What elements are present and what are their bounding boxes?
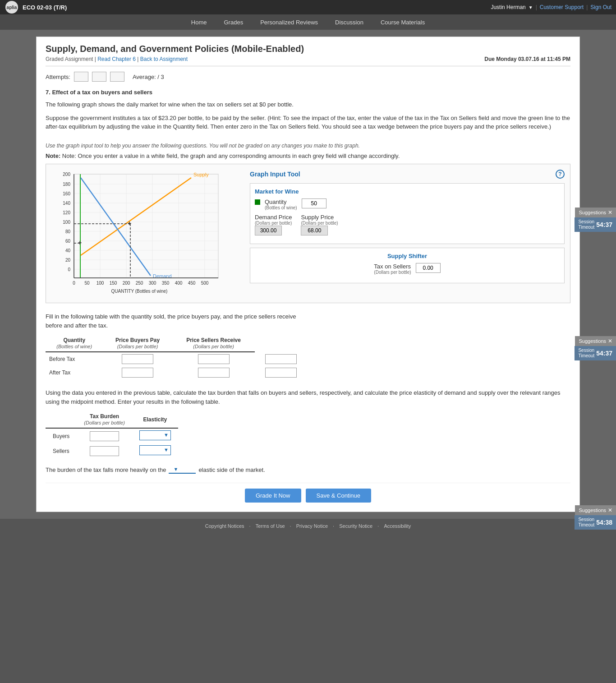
svg-text:20: 20: [65, 258, 71, 263]
chart-svg: 200 180 160 140 120 100 80 60 40 20 0 0 …: [51, 170, 232, 296]
footer-sep2: ·: [290, 523, 293, 529]
save-continue-button[interactable]: Save & Continue: [306, 489, 372, 503]
suggestions-label-3: Suggestions: [579, 508, 606, 513]
suggestions-button-2[interactable]: Suggestions ✕: [575, 336, 616, 346]
nav-personalized-reviews[interactable]: Personalized Reviews: [252, 16, 326, 28]
content-box: Supply, Demand, and Government Policies …: [36, 37, 580, 512]
buyers-elasticity: [132, 428, 178, 443]
col2-label: Price Buyers Pay: [115, 337, 160, 343]
before-tax-price-sellers-input[interactable]: [265, 354, 297, 364]
back-to-assignment-link[interactable]: Back to Assignment: [140, 56, 188, 62]
note-label: Note:: [46, 152, 60, 159]
footer-privacy[interactable]: Privacy Notice: [296, 523, 328, 529]
price-row: Demand Price (Dollars per bottle) Supply…: [255, 214, 560, 235]
attempts-row: Attempts: Average: / 3: [46, 72, 570, 82]
svg-text:400: 400: [175, 281, 183, 286]
attempts-label: Attempts:: [46, 74, 70, 80]
suggestions-label-1: Suggestions: [579, 210, 606, 215]
svg-text:200: 200: [63, 172, 70, 177]
after-tax-qty-input[interactable]: [122, 368, 153, 378]
market-sentence-dropdown[interactable]: ▼: [169, 466, 196, 474]
sellers-elasticity-dropdown[interactable]: [139, 445, 171, 455]
supply-price-input[interactable]: [301, 226, 328, 235]
sellers-burden-input[interactable]: [90, 446, 119, 456]
help-icon[interactable]: ?: [556, 170, 565, 179]
demand-price-sub: (Dollars per bottle): [255, 221, 292, 226]
sellers-label: Sellers: [46, 443, 77, 458]
topbar-right: Justin Herman ▼ | Customer Support | Sig…: [491, 4, 611, 10]
table2-elasticity-header: Elasticity: [132, 411, 178, 428]
quantity-label: Quantity: [265, 198, 297, 205]
assignment-type: Graded Assignment: [46, 56, 93, 62]
svg-text:0: 0: [73, 281, 75, 286]
after-tax-price-sellers-input[interactable]: [265, 368, 297, 378]
quantity-sub: (Bottles of wine): [265, 205, 297, 210]
graph-input-panel: Graph Input Tool ? Market for Wine Quant…: [250, 170, 565, 297]
svg-rect-2: [74, 174, 218, 278]
before-tax-price-buyers-input[interactable]: [198, 354, 230, 364]
after-tax-price-buyers-input[interactable]: [198, 368, 230, 378]
suggestions-close-1[interactable]: ✕: [608, 209, 612, 216]
tax-on-sellers-input[interactable]: [416, 263, 441, 273]
attempt-box-2[interactable]: [92, 72, 106, 82]
footer-sep1: ·: [249, 523, 252, 529]
svg-text:50: 50: [84, 281, 90, 286]
user-dropdown-icon[interactable]: ▼: [529, 5, 533, 10]
grade-it-now-button[interactable]: Grade It Now: [245, 489, 301, 503]
nav-course-materials[interactable]: Course Materials: [372, 16, 433, 28]
svg-text:500: 500: [201, 281, 209, 286]
supply-shifter-title: Supply Shifter: [255, 253, 560, 259]
topbar-separator: |: [536, 4, 537, 10]
graph-input-label: Graph Input Tool: [250, 171, 300, 178]
suggestions-close-3[interactable]: ✕: [608, 507, 612, 513]
after-tax-price-buyers: [172, 366, 255, 379]
suggestions-button-1[interactable]: Suggestions ✕: [575, 208, 616, 217]
buyers-elasticity-dropdown[interactable]: [139, 430, 171, 440]
question-number: 7. Effect of a tax on buyers and sellers: [46, 89, 570, 96]
attempt-box-1[interactable]: [74, 72, 88, 82]
footer-copyright[interactable]: Copyright Notices: [205, 523, 244, 529]
elasticity-label: Elasticity: [143, 416, 167, 423]
demand-price-group: Demand Price (Dollars per bottle): [255, 214, 292, 235]
session-timeout-box-2: Session Timeout 54:37: [575, 346, 616, 360]
col2-sub: (Dollars per bottle): [117, 344, 158, 349]
attempt-box-3[interactable]: [110, 72, 124, 82]
svg-text:aplia: aplia: [7, 5, 17, 10]
supply-price-group: Supply Price (Dollars per bottle): [301, 214, 338, 235]
table-row: Before Tax: [46, 352, 307, 366]
footer-terms[interactable]: Terms of Use: [256, 523, 285, 529]
svg-text:60: 60: [65, 239, 71, 244]
session-widget-1: Suggestions ✕ Session Timeout 54:37: [575, 208, 616, 232]
before-tax-qty-input[interactable]: [122, 354, 153, 364]
table1: Quantity (Bottles of wine) Price Buyers …: [46, 335, 307, 379]
footer: Copyright Notices · Terms of Use · Priva…: [0, 519, 616, 533]
nav-discussion[interactable]: Discussion: [327, 16, 372, 28]
footer-security[interactable]: Security Notice: [339, 523, 372, 529]
tax-burden-sub: (Dollars per bottle): [84, 420, 124, 425]
topbar-separator2: |: [586, 4, 588, 10]
col1-sub: (Bottles of wine): [56, 344, 92, 349]
before-tax-label: Before Tax: [46, 352, 103, 366]
demand-price-input[interactable]: [255, 226, 282, 235]
sign-out-link[interactable]: Sign Out: [590, 4, 611, 10]
table1-desc: Fill in the following table with the qua…: [46, 312, 307, 330]
svg-text:+: +: [78, 239, 82, 246]
svg-text:150: 150: [110, 281, 117, 286]
suggestions-close-2[interactable]: ✕: [608, 338, 612, 344]
nav-home[interactable]: Home: [183, 16, 215, 28]
footer-sep4: ·: [377, 523, 380, 529]
svg-text:140: 140: [63, 201, 70, 206]
suggestions-button-3[interactable]: Suggestions ✕: [575, 505, 616, 515]
user-name[interactable]: Justin Herman: [491, 4, 525, 10]
footer-accessibility[interactable]: Accessibility: [384, 523, 411, 529]
buyers-burden-input[interactable]: [90, 431, 119, 441]
nav-grades[interactable]: Grades: [216, 16, 252, 28]
market-sentence: The burden of the tax falls more heavily…: [46, 466, 570, 474]
topbar-left: aplia ECO 02-03 (T/R): [5, 0, 67, 14]
market-sentence-after: elastic side of the market.: [198, 466, 265, 473]
sellers-elasticity: [132, 443, 178, 458]
quantity-input[interactable]: [302, 198, 326, 208]
graph-container: 200 180 160 140 120 100 80 60 40 20 0 0 …: [46, 164, 570, 303]
customer-support-link[interactable]: Customer Support: [540, 4, 584, 10]
read-chapter-link[interactable]: Read Chapter 6: [97, 56, 136, 62]
